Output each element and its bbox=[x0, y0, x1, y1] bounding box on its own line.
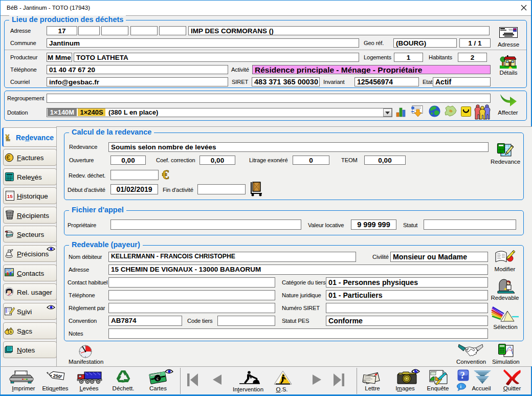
svg-text:?: ? bbox=[460, 370, 465, 381]
svg-text:€: € bbox=[6, 153, 10, 162]
svg-text:€: € bbox=[162, 167, 169, 182]
svg-text:$: $ bbox=[10, 330, 12, 334]
svg-text:i: i bbox=[460, 384, 462, 389]
svg-text:15: 15 bbox=[7, 193, 13, 199]
